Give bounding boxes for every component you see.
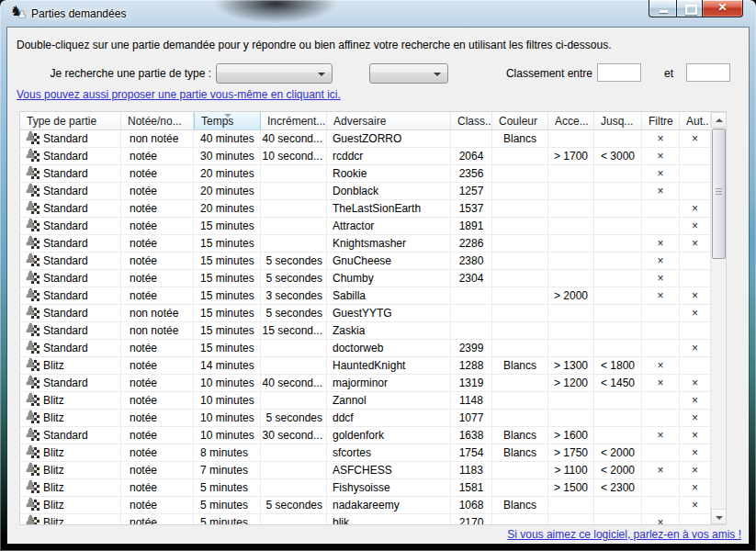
game-type-text: Standard — [43, 253, 88, 269]
column-header-time[interactable]: Temps — [194, 112, 261, 129]
table-row[interactable]: ♟Standardnotée20 minutesRookie2356× — [20, 165, 710, 183]
scroll-down-button[interactable] — [711, 509, 727, 524]
column-header-auto[interactable]: Aut... — [680, 112, 710, 129]
table-row[interactable]: ♟Standardnon notée15 minutes15 second...… — [20, 322, 710, 340]
scroll-up-button[interactable] — [711, 112, 727, 128]
cell-type: ♟Standard — [20, 287, 121, 304]
cell-until — [594, 322, 642, 339]
cell-filter: × — [642, 375, 680, 391]
cell-accept — [548, 235, 594, 252]
column-header-filter[interactable]: Filtre — [642, 112, 680, 129]
table-row[interactable]: ♟Standardnotée10 minutes40 second...majo… — [20, 375, 710, 392]
cell-auto: × — [680, 462, 710, 478]
table-row[interactable]: ♟Standardnotée15 minutes3 secondesSabill… — [20, 287, 710, 305]
cell-rating: 1638 — [451, 427, 492, 444]
cell-increment — [261, 183, 327, 199]
table-row[interactable]: ♟Blitznotée10 minutes5 secondesddcf1077× — [20, 410, 710, 427]
column-header-increment[interactable]: Incrément... — [261, 112, 327, 129]
cell-opponent: Sabilla — [327, 287, 451, 304]
scrollbar-thumb[interactable] — [712, 129, 726, 259]
table-row[interactable]: ♟Blitznotée5 minutesblik2170× — [20, 514, 710, 524]
cell-increment: 30 second... — [261, 427, 327, 444]
cell-filter — [642, 392, 680, 409]
cell-rating: 1148 — [451, 392, 492, 409]
cell-accept — [548, 305, 594, 321]
game-type-text: Standard — [43, 270, 88, 287]
table-row[interactable]: ♟Standardnotée15 minutesAttractor1891× — [20, 218, 710, 235]
column-header-type[interactable]: Type de partie — [20, 112, 121, 129]
rating-and-label: et — [655, 67, 683, 80]
cell-auto: × — [680, 375, 710, 391]
cell-auto — [680, 270, 710, 287]
cell-accept: > 1700 — [548, 148, 594, 164]
cell-rated: notée — [121, 235, 194, 252]
maximize-button[interactable] — [677, 0, 702, 17]
column-header-color[interactable]: Couleur — [492, 112, 548, 129]
table-row[interactable]: ♟Blitznotée8 minutessfcortes1754Blancs> … — [20, 444, 710, 462]
minimize-button[interactable] — [649, 0, 677, 17]
table-row[interactable]: ♟Standardnotée10 minutes30 second...gold… — [20, 427, 710, 444]
cell-color — [492, 479, 548, 496]
close-button[interactable]: ✕ — [702, 0, 743, 17]
game-type-select[interactable] — [216, 63, 333, 84]
table-row[interactable]: ♟Standardnon notée40 minutes40 second...… — [20, 130, 710, 148]
cell-until — [594, 287, 642, 304]
cell-auto — [680, 183, 710, 199]
cell-time: 20 minutes — [194, 165, 261, 182]
cell-until — [594, 514, 642, 524]
cell-accept — [548, 340, 594, 356]
window-titlebar: ♞ ♟ Parties demandées ✕ — [0, 0, 756, 28]
cell-accept — [548, 410, 594, 426]
table-row[interactable]: ♟Blitznotée5 minutesFishysoisse1581> 150… — [20, 479, 710, 497]
table-row[interactable]: ♟Blitznotée14 minutesHauntedKnight1288Bl… — [20, 357, 710, 375]
table-row[interactable]: ♟Standardnotée20 minutesDonblack1257× — [20, 183, 710, 200]
share-software-link[interactable]: Si vous aimez ce logiciel, parlez-en à v… — [507, 528, 741, 541]
column-header-rating[interactable]: Class... — [451, 112, 492, 129]
cell-accept — [548, 270, 594, 287]
table-row[interactable]: ♟Blitznotée10 minutesZannol1148× — [20, 392, 710, 410]
table-row[interactable]: ♟Standardnotée15 minutesdoctorweb2399× — [20, 340, 710, 357]
chess-pawn-icon: ♟ — [25, 324, 39, 337]
cell-accept: > 1100 — [548, 462, 594, 478]
column-header-label: Couleur — [499, 115, 537, 128]
propose-game-link[interactable]: Vous pouvez aussi proposer une partie vo… — [17, 88, 341, 101]
cell-increment — [261, 514, 327, 524]
cell-until: < 1450 — [594, 375, 642, 391]
vertical-scrollbar[interactable] — [710, 112, 726, 524]
rating-max-input[interactable] — [686, 63, 730, 82]
table-row[interactable]: ♟Standardnotée15 minutes5 secondesGnuChe… — [20, 253, 710, 270]
cell-auto: × — [680, 305, 710, 321]
cell-time: 15 minutes — [194, 287, 261, 304]
cell-time: 30 minutes — [194, 148, 261, 164]
cell-accept — [548, 183, 594, 199]
cell-until — [594, 305, 642, 321]
column-header-opponent[interactable]: Adversaire — [327, 112, 451, 129]
cell-accept — [548, 392, 594, 409]
table-row[interactable]: ♟Standardnotée20 minutesTheLastSionEarth… — [20, 200, 710, 218]
table-row[interactable]: ♟Standardnon notée15 minutes5 secondesGu… — [20, 305, 710, 322]
table-row[interactable]: ♟Standardnotée30 minutes10 second...rcdd… — [20, 148, 710, 165]
game-variant-select[interactable] — [369, 63, 448, 84]
column-header-label: Type de partie — [27, 115, 96, 128]
cell-type: ♟Standard — [20, 200, 121, 217]
cell-rated: notée — [121, 287, 194, 304]
cell-increment: 40 second... — [261, 130, 327, 147]
column-header-until[interactable]: Jusq... — [594, 112, 642, 129]
table-row[interactable]: ♟Standardnotée15 minutesKnightsmasher228… — [20, 235, 710, 253]
cell-rating: 1581 — [451, 479, 492, 496]
column-header-accept[interactable]: Acce... — [548, 112, 594, 129]
cell-rated: notée — [121, 357, 194, 374]
table-row[interactable]: ♟Standardnotée15 minutes5 secondesChumby… — [20, 270, 710, 287]
cell-type: ♟Standard — [20, 253, 121, 269]
table-row[interactable]: ♟Blitznotée5 minutes5 secondesnadakareem… — [20, 497, 710, 514]
cell-time: 10 minutes — [194, 375, 261, 391]
column-header-rated[interactable]: Notée/no... — [121, 112, 194, 129]
cell-opponent: HauntedKnight — [327, 357, 451, 374]
cell-filter — [642, 497, 680, 513]
chess-pawn-icon: ♟ — [25, 359, 39, 372]
rating-min-input[interactable] — [597, 63, 641, 82]
cell-until — [594, 427, 642, 444]
table-row[interactable]: ♟Blitznotée7 minutesASFCHESS1183> 1100< … — [20, 462, 710, 479]
cell-rated: notée — [121, 148, 194, 164]
chess-pawn-icon: ♟ — [25, 429, 39, 442]
